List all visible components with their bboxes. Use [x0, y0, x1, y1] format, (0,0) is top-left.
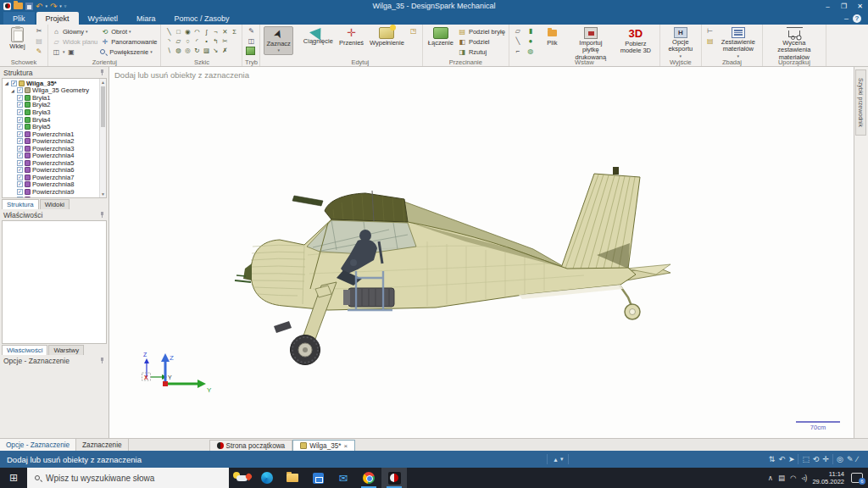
weather-widget[interactable] [229, 468, 254, 488]
rotate-button[interactable]: ⟲Obrót▾ [100, 26, 157, 36]
tree-checkbox[interactable]: ✓ [17, 131, 23, 137]
pin-icon[interactable] [99, 69, 105, 75]
split-button[interactable]: ◧Podziel [458, 36, 505, 47]
insert-line-icon[interactable]: ╲ [513, 36, 523, 46]
tree-row[interactable]: ◢✓Wilga_35* [3, 80, 98, 87]
save-icon[interactable] [25, 3, 33, 10]
sketch-tool-icon[interactable]: • [202, 36, 210, 45]
tab-struktura[interactable]: Struktura [2, 199, 39, 209]
taskbar-clock[interactable]: 11:14 29.05.2022 [812, 470, 844, 486]
tree-checkbox[interactable]: ✓ [17, 152, 23, 158]
tree-row[interactable]: ✓Powierzchnia1 [3, 130, 98, 138]
sketch-tool-icon[interactable]: ◎ [183, 46, 192, 54]
taskbar-explorer[interactable] [280, 468, 305, 488]
volume-icon[interactable]: ◃) [801, 474, 807, 482]
status-tool-icon[interactable]: ∕ [856, 455, 858, 463]
sketch-tool-icon[interactable]: ∖ [164, 46, 173, 54]
network-icon[interactable]: ◠ [790, 474, 796, 482]
bom-button[interactable]: Zestawienie materiałów ▾ [718, 26, 759, 59]
tab-opcje-zaznaczenie[interactable]: Opcje - Zaznaczenie [0, 439, 76, 451]
tree-checkbox[interactable]: ✓ [17, 146, 23, 152]
paste-button[interactable]: Wklej [3, 26, 31, 51]
redo-icon[interactable]: ↷ [50, 3, 57, 10]
scroll-up-icon[interactable]: ▲ [100, 79, 106, 86]
sketch-tool-icon[interactable]: ○ [183, 36, 192, 45]
home-view-button[interactable]: ⌂Główny▾ [52, 26, 97, 36]
menu-tab-plik[interactable]: Plik [3, 12, 35, 25]
pull-button[interactable]: Ciągnięcie [302, 26, 335, 46]
ribbon-collapse-icon[interactable]: – [844, 14, 849, 23]
scroll-down-icon[interactable]: ▼ [100, 191, 106, 197]
close-tab-icon[interactable]: × [344, 442, 348, 450]
sketch-tool-icon[interactable]: ╲ [164, 27, 173, 36]
sketch-tool-icon[interactable]: ✂ [220, 36, 229, 45]
tab-warstwy[interactable]: Warstwy [48, 345, 84, 355]
insert-plane-icon[interactable]: ▱ [513, 26, 523, 36]
sketch-mode-icon[interactable]: ✎ [246, 26, 256, 36]
undo-dropdown-icon[interactable]: ▾ [45, 3, 47, 8]
tree-row[interactable]: ✓Bryła5 [3, 123, 98, 130]
tree-checkbox[interactable]: ✓ [17, 167, 23, 173]
sketch-tool-icon[interactable]: ↰ [211, 36, 220, 45]
zoom-button[interactable]: Powiększenie▾ [100, 47, 157, 57]
menu-tab-projekt[interactable]: Projekt [36, 12, 79, 25]
tree-row[interactable]: ✓Powierzchnia4 [3, 152, 98, 159]
tree-row[interactable]: ✓Powierzchnia9 [3, 188, 98, 196]
view-tools-row[interactable]: ◫▾▣ [52, 47, 97, 57]
bom-quote-button[interactable]: Wycena zestawienia materiałów [766, 26, 822, 62]
open-file-icon[interactable] [14, 3, 23, 9]
tab-wlasciwosci[interactable]: Właściwości [2, 345, 47, 355]
solid-mode-icon[interactable] [246, 47, 255, 55]
quick-guide-tab[interactable]: Szybki przewodnik [855, 69, 866, 136]
tree-expand-icon[interactable]: ◢ [11, 88, 17, 93]
insert-sphere-icon[interactable]: ● [526, 36, 536, 46]
tree-checkbox[interactable]: ✓ [17, 138, 23, 144]
pin-icon[interactable] [99, 358, 105, 363]
sketch-tool-icon[interactable]: ▱ [174, 36, 182, 45]
taskbar-mail[interactable]: ✉ [331, 468, 356, 488]
tree-checkbox[interactable]: ✓ [17, 109, 23, 115]
status-tool-icon[interactable]: ⬚ [802, 455, 810, 463]
taskbar-edge[interactable] [254, 468, 280, 488]
tree-row[interactable]: ✓Bryła4 [3, 116, 98, 124]
sketch-tool-icon[interactable]: ◠ [192, 27, 201, 36]
tree-scrollbar[interactable]: ▲ ▼ [99, 79, 106, 197]
status-tool-icon[interactable]: ⇅ [769, 455, 776, 463]
tree-row[interactable]: ✓Powierzchnia2 [3, 137, 98, 145]
sketch-tool-icon[interactable]: □ [174, 27, 182, 36]
tree-row[interactable]: ✓Powierzchnia10 [3, 196, 98, 198]
sketch-tool-icon[interactable]: ↻ [192, 46, 201, 54]
sketch-tool-icon[interactable]: ✕ [220, 27, 229, 36]
status-tool-icon[interactable]: ✛ [823, 455, 830, 463]
onedrive-icon[interactable]: ▤ [778, 474, 785, 482]
start-button[interactable]: ⊞ [0, 468, 27, 488]
customize-toolbar-icon[interactable]: ▿ [64, 3, 67, 8]
tree-row[interactable]: ✓Bryła3 [3, 108, 98, 116]
status-collapse-button[interactable]: ▲ ▾ [547, 454, 569, 464]
tree-checkbox[interactable]: ✓ [17, 175, 23, 180]
status-tool-icon[interactable]: ✎ [847, 455, 854, 463]
status-tool-icon[interactable]: ➤ [788, 455, 795, 463]
tree-row[interactable]: ✓Powierzchnia8 [3, 181, 98, 189]
menu-tab-miara[interactable]: Miara [127, 12, 165, 25]
insert-axis-icon[interactable]: ⌐ [513, 47, 523, 56]
tree-checkbox[interactable]: ✓ [17, 87, 23, 93]
cut-icon[interactable]: ✂ [34, 26, 44, 36]
tab-widoki[interactable]: Widoki [40, 199, 70, 209]
tab-zaznaczenie[interactable]: Zaznaczenie [76, 439, 128, 451]
sketch-tool-icon[interactable]: Σ [230, 27, 238, 36]
tree-row[interactable]: ✓Powierzchnia3 [3, 145, 98, 152]
import-pcb-button[interactable]: Importuj płytkę drukowaną [569, 26, 613, 62]
taskbar-chrome[interactable] [356, 468, 381, 488]
minimize-button[interactable]: – [820, 0, 836, 12]
redo-dropdown-icon[interactable]: ▾ [59, 3, 62, 8]
taskbar-designspark[interactable] [381, 468, 407, 488]
sketch-tool-icon[interactable]: ▨ [202, 46, 210, 54]
tree-row[interactable]: ✓Powierzchnia5 [3, 159, 98, 167]
insert-file-button[interactable]: Plik [538, 26, 566, 47]
copy-icon[interactable]: ▤ [34, 36, 44, 46]
get-3d-models-button[interactable]: 3D Pobierz modele 3D [615, 26, 656, 56]
tree-checkbox[interactable]: ✓ [17, 197, 23, 198]
taskbar-store[interactable] [305, 468, 331, 488]
tree-checkbox[interactable]: ✓ [17, 95, 23, 101]
